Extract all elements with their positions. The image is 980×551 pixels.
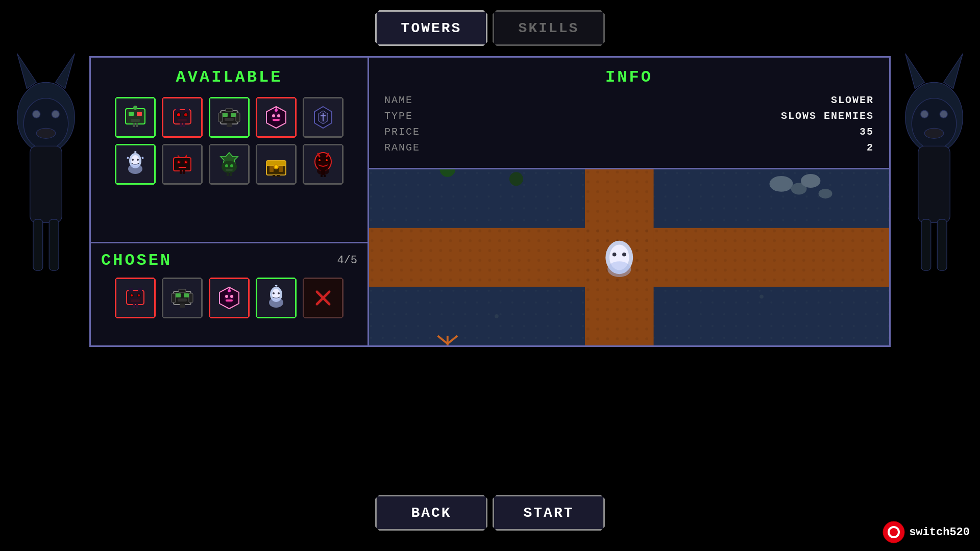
svg-point-142 bbox=[801, 174, 820, 188]
svg-rect-24 bbox=[133, 123, 135, 127]
chosen-slot-5-empty[interactable] bbox=[303, 278, 344, 318]
svg-point-123 bbox=[228, 289, 231, 292]
svg-point-61 bbox=[128, 164, 142, 174]
info-label-range: RANGE bbox=[384, 142, 420, 154]
svg-point-60 bbox=[137, 159, 139, 161]
tower-slot-3[interactable] bbox=[209, 97, 250, 138]
svg-rect-35 bbox=[176, 108, 180, 111]
svg-rect-9 bbox=[49, 219, 59, 270]
tower-slot-5[interactable] bbox=[303, 97, 344, 138]
svg-point-143 bbox=[819, 189, 832, 198]
svg-rect-109 bbox=[172, 293, 176, 303]
svg-point-167 bbox=[890, 528, 898, 536]
tower-icon-8 bbox=[214, 149, 244, 180]
svg-point-5 bbox=[52, 110, 59, 118]
svg-rect-33 bbox=[180, 123, 182, 127]
tower-slot-1[interactable] bbox=[115, 97, 156, 138]
svg-point-77 bbox=[230, 164, 233, 167]
svg-marker-11 bbox=[944, 54, 963, 89]
chosen-slot-3[interactable] bbox=[209, 278, 250, 318]
left-section: AVAILABLE bbox=[91, 58, 369, 345]
svg-rect-71 bbox=[179, 167, 186, 168]
svg-point-15 bbox=[921, 110, 928, 118]
chosen-slot-1[interactable] bbox=[115, 278, 156, 318]
svg-rect-27 bbox=[174, 110, 191, 124]
tower-slot-2[interactable] bbox=[162, 97, 203, 138]
svg-point-147 bbox=[509, 172, 523, 186]
svg-marker-63 bbox=[127, 157, 129, 159]
back-button[interactable]: BACK bbox=[375, 495, 487, 531]
chosen-slot-2[interactable] bbox=[162, 278, 203, 318]
svg-rect-84 bbox=[279, 166, 283, 172]
svg-rect-41 bbox=[231, 113, 236, 117]
svg-point-31 bbox=[184, 113, 187, 116]
svg-rect-38 bbox=[218, 113, 223, 122]
svg-point-26 bbox=[133, 106, 137, 110]
svg-rect-83 bbox=[270, 166, 274, 172]
wolf-left-decoration bbox=[8, 41, 84, 296]
svg-point-102 bbox=[138, 294, 140, 296]
svg-rect-73 bbox=[183, 170, 185, 174]
chosen-panel: CHOSEN 4/5 bbox=[91, 243, 368, 345]
svg-rect-112 bbox=[184, 293, 189, 297]
info-value-price: 35 bbox=[860, 126, 874, 138]
info-label-name: NAME bbox=[384, 94, 413, 106]
info-row-range: RANGE 2 bbox=[384, 142, 874, 154]
svg-point-157 bbox=[622, 253, 626, 257]
svg-rect-37 bbox=[220, 111, 238, 124]
svg-point-68 bbox=[178, 161, 180, 163]
svg-rect-121 bbox=[226, 299, 233, 302]
tower-slot-8[interactable] bbox=[209, 144, 250, 185]
nintendo-logo-icon bbox=[883, 521, 905, 543]
info-row-name: NAME SLOWER bbox=[384, 94, 874, 106]
svg-rect-78 bbox=[226, 169, 233, 171]
info-value-name: SLOWER bbox=[831, 94, 874, 106]
chosen-slot-4[interactable] bbox=[256, 278, 297, 318]
tab-towers[interactable]: TOWERS bbox=[375, 10, 487, 46]
tower-icon-7 bbox=[167, 149, 198, 180]
start-button[interactable]: START bbox=[493, 495, 605, 531]
svg-rect-21 bbox=[129, 112, 134, 116]
tower-icon-3 bbox=[214, 102, 244, 133]
tower-icon-9 bbox=[261, 149, 291, 180]
svg-rect-88 bbox=[277, 175, 280, 177]
svg-point-49 bbox=[277, 114, 280, 117]
tower-slot-4[interactable] bbox=[256, 97, 297, 138]
svg-point-13 bbox=[912, 98, 957, 149]
svg-point-156 bbox=[612, 253, 617, 257]
info-value-type: SLOWS ENEMIES bbox=[781, 110, 874, 122]
svg-point-158 bbox=[607, 261, 631, 277]
svg-point-69 bbox=[185, 161, 187, 163]
tabs-container: TOWERS SKILLS bbox=[375, 10, 605, 46]
tower-slot-9[interactable] bbox=[256, 144, 297, 185]
svg-rect-103 bbox=[131, 299, 140, 302]
info-title: INFO bbox=[384, 68, 874, 87]
svg-rect-113 bbox=[178, 298, 187, 302]
tab-skills[interactable]: SKILLS bbox=[493, 10, 605, 46]
tower-icon-10 bbox=[308, 149, 338, 180]
available-title: AVAILABLE bbox=[101, 68, 357, 87]
svg-rect-43 bbox=[227, 123, 229, 127]
available-grid bbox=[101, 97, 357, 185]
svg-point-3 bbox=[23, 98, 68, 149]
svg-point-30 bbox=[177, 113, 180, 116]
nintendo-text: switch520 bbox=[909, 526, 970, 539]
main-panel: AVAILABLE bbox=[89, 56, 891, 347]
svg-rect-8 bbox=[33, 219, 43, 270]
svg-rect-34 bbox=[183, 123, 185, 127]
info-row-type: TYPE SLOWS ENEMIES bbox=[384, 110, 874, 122]
svg-point-48 bbox=[272, 114, 275, 117]
tower-slot-6[interactable] bbox=[115, 144, 156, 185]
svg-rect-104 bbox=[133, 304, 135, 308]
svg-marker-2 bbox=[56, 54, 75, 89]
svg-point-164 bbox=[495, 314, 499, 318]
svg-rect-23 bbox=[131, 119, 140, 122]
svg-rect-110 bbox=[189, 293, 193, 303]
svg-rect-96 bbox=[321, 175, 323, 177]
tower-slot-10[interactable] bbox=[303, 144, 344, 185]
svg-point-14 bbox=[940, 110, 947, 118]
svg-rect-22 bbox=[137, 112, 142, 116]
svg-rect-25 bbox=[136, 123, 138, 127]
tower-slot-7[interactable] bbox=[162, 144, 203, 185]
svg-rect-108 bbox=[174, 291, 191, 305]
